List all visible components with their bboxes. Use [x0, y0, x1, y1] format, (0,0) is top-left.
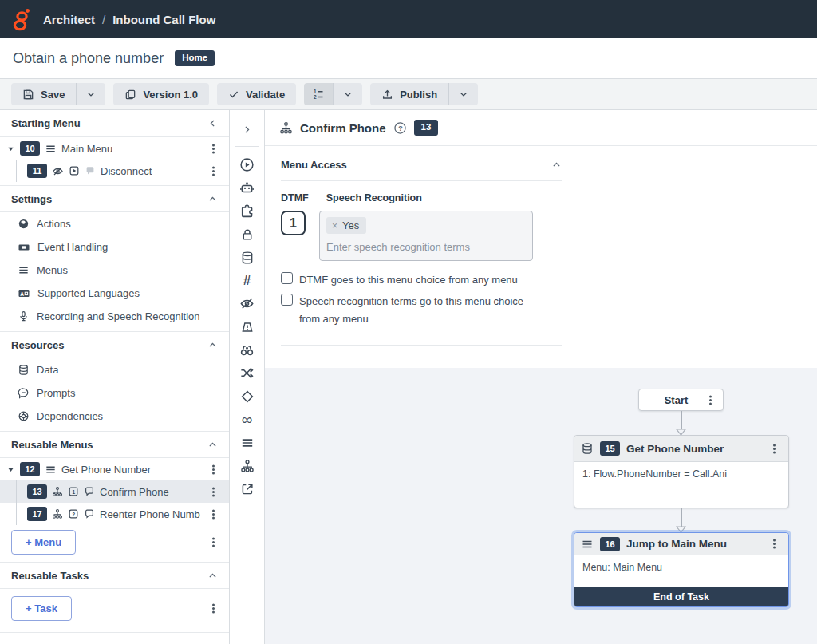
publish-button[interactable]: Publish — [370, 83, 448, 105]
chevron-up-icon[interactable] — [207, 571, 218, 581]
row-menu-button[interactable] — [205, 484, 221, 500]
section-label: Resources — [11, 339, 64, 351]
sidebar-item-menus[interactable]: Menus — [0, 259, 229, 282]
caret-down-icon[interactable] — [6, 144, 15, 153]
toolbox-play-circle-button[interactable] — [236, 153, 259, 176]
tree-row-reenter-phone-number[interactable]: 17 2 Reenter Phone Number — [0, 503, 229, 525]
toolbox-loop-button[interactable]: ∞ — [236, 408, 259, 431]
speech-term-text: Yes — [342, 219, 359, 231]
toolbox-eye-slash-button[interactable] — [236, 292, 259, 315]
section-label: Reusable Menus — [11, 439, 93, 451]
sidebar-item-data[interactable]: Data — [0, 358, 229, 381]
toolbox-binoculars-button[interactable] — [236, 338, 259, 362]
expand-toolbox-button[interactable] — [236, 118, 259, 141]
lock-icon — [240, 227, 255, 242]
chevron-up-icon[interactable] — [207, 194, 218, 204]
row-menu-button[interactable] — [205, 461, 221, 477]
row-menu-button[interactable] — [205, 140, 221, 156]
node-body-text: Menu: Main Menu — [574, 555, 788, 587]
get-phone-number-node[interactable]: 15 Get Phone Number 1: Flow.PhoneNumber … — [574, 435, 789, 508]
section-reusable-tasks[interactable]: Reusable Tasks — [0, 562, 229, 589]
puzzle-icon — [239, 203, 255, 219]
start-node[interactable]: Start — [638, 389, 724, 411]
node-header[interactable]: 16 Jump to Main Menu — [574, 533, 788, 555]
sidebar-item-label: Supported Languages — [37, 287, 140, 299]
save-dropdown-button[interactable] — [76, 83, 105, 105]
sidebar-item-supported-languages[interactable]: A Supported Languages — [0, 282, 229, 305]
sidebar-item-dependencies[interactable]: Dependencies — [0, 405, 229, 428]
toolbox-decision-button[interactable] — [236, 385, 259, 408]
caret-down-icon[interactable] — [6, 465, 15, 474]
node-number-badge: 16 — [600, 537, 620, 551]
chevron-up-icon[interactable] — [551, 160, 562, 170]
toolbox-sitemap-button[interactable] — [236, 454, 259, 477]
toolbox-hash-button[interactable]: # — [236, 269, 259, 292]
node-menu-button[interactable] — [766, 441, 782, 456]
chevron-down-icon — [459, 89, 468, 99]
breadcrumb-flow-type: Inbound Call Flow — [112, 13, 215, 26]
sidebar-item-recording-speech[interactable]: Recording and Speech Recognition — [0, 305, 229, 328]
genesys-logo-icon[interactable] — [11, 7, 32, 31]
save-button[interactable]: Save — [11, 83, 76, 105]
toolbox-bot-button[interactable] — [236, 176, 259, 200]
add-menu-row: + Menu — [0, 525, 229, 559]
toolbox-menu-button[interactable] — [236, 431, 259, 454]
ordered-list-icon: 12 — [312, 88, 325, 101]
speech-terms-input[interactable]: × Yes Enter speech recognition terms — [319, 211, 533, 261]
row-menu-button[interactable] — [205, 163, 221, 179]
row-menu-button[interactable] — [205, 506, 221, 522]
database-icon — [18, 364, 30, 376]
dtmf-any-menu-option: DTMF goes to this menu choice from any m… — [281, 271, 801, 288]
toolbox-milestone-button[interactable] — [236, 315, 259, 338]
toolbox-database-button[interactable] — [236, 246, 259, 269]
toolbox-lock-button[interactable] — [236, 223, 259, 246]
dtmf-any-menu-checkbox[interactable] — [281, 272, 293, 284]
node-number-badge: 11 — [27, 164, 47, 178]
add-task-button[interactable]: + Task — [11, 596, 72, 621]
tree-row-confirm-phone[interactable]: 13 1 Confirm Phone — [0, 480, 229, 503]
home-badge[interactable]: Home — [175, 50, 215, 66]
sidebar-item-event-handling[interactable]: Event Handling — [0, 235, 229, 259]
tree-row-get-phone-number[interactable]: 12 Get Phone Number — [0, 458, 229, 480]
add-menu-button[interactable]: + Menu — [11, 530, 76, 555]
publish-label: Publish — [400, 89, 437, 101]
section-reusable-menus[interactable]: Reusable Menus — [0, 431, 229, 458]
chevron-up-icon[interactable] — [207, 440, 218, 450]
menu-access-header[interactable]: Menu Access — [281, 159, 562, 171]
toolbox-puzzle-button[interactable] — [236, 200, 259, 223]
tree-row-disconnect[interactable]: 11 Disconnect — [0, 160, 229, 182]
help-icon[interactable]: ? — [393, 121, 407, 135]
node-menu-button[interactable] — [766, 536, 782, 552]
section-resources[interactable]: Resources — [0, 331, 229, 358]
node-number-badge: 10 — [20, 141, 40, 156]
svg-text:A: A — [20, 290, 24, 296]
toolbox-shuffle-button[interactable] — [236, 362, 259, 385]
node-menu-button[interactable] — [702, 392, 718, 408]
database-icon — [240, 251, 255, 265]
chevron-up-icon[interactable] — [207, 340, 218, 350]
flow-canvas[interactable]: Start 15 Get Phone Number 1: Flow.PhoneN… — [265, 368, 817, 644]
node-header[interactable]: 15 Get Phone Number — [574, 436, 788, 462]
sidebar-item-label: Prompts — [37, 387, 75, 399]
external-link-icon — [240, 482, 255, 496]
jump-to-main-menu-node[interactable]: 16 Jump to Main Menu Menu: Main Menu End… — [574, 532, 789, 607]
sidebar-item-actions[interactable]: Actions — [0, 212, 229, 235]
tree-row-main-menu[interactable]: 10 Main Menu — [0, 137, 229, 160]
remove-term-icon[interactable]: × — [332, 220, 337, 231]
version-button[interactable]: Version 1.0 — [113, 83, 209, 105]
breadcrumb-app[interactable]: Architect — [43, 13, 95, 26]
sidebar-item-prompts[interactable]: Prompts — [0, 381, 229, 405]
upload-icon — [381, 89, 393, 101]
validate-button[interactable]: Validate — [217, 83, 296, 105]
section-settings[interactable]: Settings — [0, 185, 229, 212]
chevron-left-icon[interactable] — [207, 118, 218, 128]
row-menu-button[interactable] — [205, 534, 221, 550]
toolbox-external-link-button[interactable] — [236, 477, 259, 500]
dtmf-key-value[interactable]: 1 — [281, 211, 306, 235]
speech-any-menu-checkbox[interactable] — [281, 294, 293, 306]
ordered-list-button[interactable]: 12 — [304, 83, 333, 105]
section-starting-menu[interactable]: Starting Menu — [0, 110, 229, 137]
publish-dropdown-button[interactable] — [448, 83, 478, 105]
row-menu-button[interactable] — [205, 600, 221, 616]
ordered-list-dropdown-button[interactable] — [333, 83, 362, 105]
